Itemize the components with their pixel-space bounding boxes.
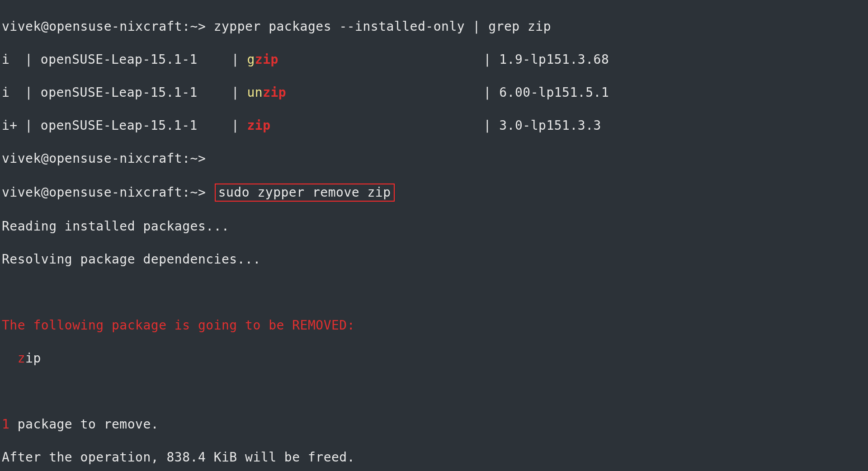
- blank-line: [2, 284, 868, 301]
- pkg-col: gzip: [247, 52, 476, 68]
- status-col: i: [2, 52, 17, 68]
- command-text: zypper packages --installed-only | grep …: [214, 19, 551, 34]
- pkg-row-1: i | openSUSE-Leap-15.1-1 | unzip | 6.00-…: [2, 85, 868, 101]
- pkg-row-2: i+ | openSUSE-Leap-15.1-1 | zip | 3.0-lp…: [2, 118, 868, 134]
- line-resolving: Resolving package dependencies...: [2, 251, 868, 268]
- terminal[interactable]: vivek@opensuse-nixcraft:~> zypper packag…: [0, 0, 868, 471]
- version-col: 1.9-lp151.3.68: [499, 52, 609, 67]
- version-col: 6.00-lp151.5.1: [499, 85, 609, 100]
- blank-line: [2, 383, 868, 400]
- prompt: vivek@opensuse-nixcraft:~>: [2, 185, 214, 200]
- status-col: i+: [2, 118, 17, 134]
- repo-col: openSUSE-Leap-15.1-1: [41, 52, 224, 68]
- line-prompt-empty: vivek@opensuse-nixcraft:~>: [2, 151, 868, 167]
- prompt: vivek@opensuse-nixcraft:~>: [2, 19, 214, 34]
- pkg-col: unzip: [247, 85, 476, 101]
- pkg-count: 1 package to remove.: [2, 416, 868, 433]
- pkg-col: zip: [247, 118, 476, 134]
- version-col: 3.0-lp151.3.3: [499, 118, 601, 133]
- after-op: After the operation, 838.4 KiB will be f…: [2, 449, 868, 466]
- repo-col: openSUSE-Leap-15.1-1: [41, 85, 224, 101]
- removed-pkg: zip: [2, 350, 868, 367]
- removed-header: The following package is going to be REM…: [2, 317, 868, 334]
- line-reading: Reading installed packages...: [2, 218, 868, 235]
- highlighted-command: sudo zypper remove zip: [215, 184, 395, 202]
- line-cmd1: vivek@opensuse-nixcraft:~> zypper packag…: [2, 19, 868, 35]
- pkg-row-0: i | openSUSE-Leap-15.1-1 | gzip | 1.9-lp…: [2, 52, 868, 68]
- repo-col: openSUSE-Leap-15.1-1: [41, 118, 224, 134]
- line-cmd2: vivek@opensuse-nixcraft:~> sudo zypper r…: [2, 184, 868, 202]
- status-col: i: [2, 85, 17, 101]
